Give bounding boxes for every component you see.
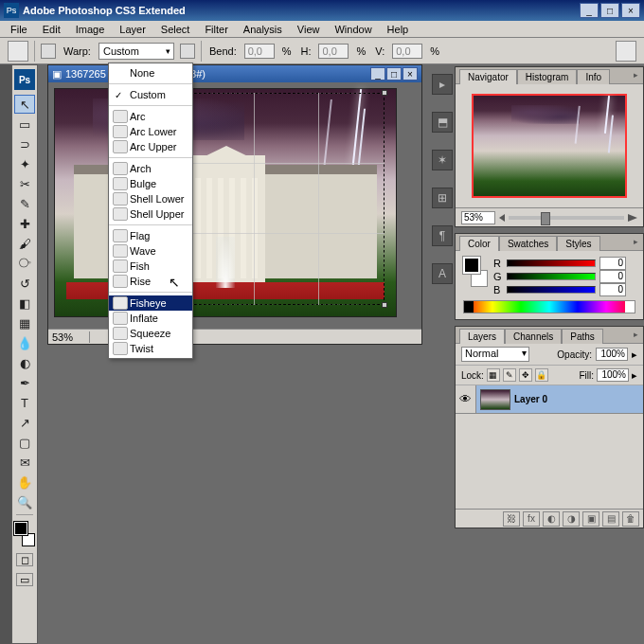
- warp-item-shell-lower[interactable]: Shell Lower: [109, 191, 192, 206]
- doc-canvas[interactable]: [48, 82, 421, 329]
- warp-item-none[interactable]: None: [109, 65, 192, 80]
- fill-flyout[interactable]: ▸: [632, 369, 637, 382]
- notes-tool[interactable]: ✉: [14, 453, 35, 472]
- marquee-tool[interactable]: ▭: [14, 115, 35, 134]
- path-tool[interactable]: ↗: [14, 413, 35, 432]
- tab-color[interactable]: Color: [459, 236, 499, 251]
- tab-layers[interactable]: Layers: [459, 329, 505, 344]
- dock-icon[interactable]: ⬒: [432, 112, 453, 133]
- warp-item-fish[interactable]: Fish: [109, 259, 192, 274]
- tab-channels[interactable]: Channels: [505, 329, 562, 344]
- r-value[interactable]: 0: [599, 257, 626, 270]
- group-icon[interactable]: ▣: [582, 511, 599, 527]
- wand-tool[interactable]: ✦: [14, 154, 35, 173]
- menu-layer[interactable]: Layer: [113, 22, 152, 37]
- blend-mode-select[interactable]: Normal: [461, 347, 529, 362]
- menu-analysis[interactable]: Analysis: [237, 22, 289, 37]
- dock-icon[interactable]: ⊞: [432, 188, 453, 208]
- color-swatch[interactable]: [14, 522, 35, 546]
- healing-tool[interactable]: ✚: [14, 214, 35, 233]
- color-spectrum[interactable]: [463, 300, 635, 313]
- hand-tool[interactable]: ✋: [14, 473, 35, 492]
- lock-pixels-icon[interactable]: ▦: [487, 368, 500, 382]
- g-slider[interactable]: [507, 273, 596, 280]
- warp-item-inflate[interactable]: Inflate: [109, 311, 192, 326]
- menu-view[interactable]: View: [291, 22, 327, 37]
- tab-info[interactable]: Info: [577, 69, 610, 84]
- new-layer-icon[interactable]: ▤: [602, 511, 619, 527]
- dock-icon[interactable]: A: [432, 263, 453, 284]
- warp-item-arch[interactable]: Arch: [109, 161, 192, 176]
- crop-tool[interactable]: ✂: [14, 174, 35, 193]
- warp-item-arc[interactable]: Arc: [109, 109, 192, 124]
- transform-icon[interactable]: [8, 41, 28, 62]
- lasso-tool[interactable]: ⊃: [14, 134, 35, 153]
- pen-tool[interactable]: ✒: [14, 373, 35, 392]
- warp-item-custom[interactable]: Custom: [109, 87, 192, 102]
- maximize-button[interactable]: □: [600, 3, 619, 18]
- dock-icon[interactable]: ✶: [432, 150, 453, 170]
- tab-styles[interactable]: Styles: [557, 236, 599, 251]
- gradient-tool[interactable]: ▦: [14, 313, 35, 332]
- warp-item-bulge[interactable]: Bulge: [109, 176, 192, 191]
- document-window[interactable]: ▣ 1367265 % (Layer 0, RGB/8#) _ □ ×: [47, 64, 422, 345]
- tab-histogram[interactable]: Histogram: [517, 69, 578, 84]
- nav-zoom-input[interactable]: 53%: [461, 211, 495, 224]
- menu-file[interactable]: File: [4, 22, 34, 37]
- workspace-toggle[interactable]: [616, 41, 636, 62]
- zoom-in-icon[interactable]: [628, 214, 637, 222]
- zoom-tool[interactable]: 🔍: [14, 492, 35, 511]
- warp-item-rise[interactable]: Rise: [109, 274, 192, 289]
- dock-icon[interactable]: ¶: [432, 225, 453, 246]
- g-value[interactable]: 0: [599, 270, 626, 283]
- lock-move-icon[interactable]: ✥: [519, 368, 532, 382]
- warp-item-squeeze[interactable]: Squeeze: [109, 326, 192, 341]
- b-slider[interactable]: [507, 286, 596, 294]
- v-input[interactable]: 0,0: [392, 44, 422, 59]
- menu-filter[interactable]: Filter: [198, 22, 234, 37]
- bg-color[interactable]: [22, 533, 35, 546]
- doc-image[interactable]: [54, 88, 397, 317]
- h-input[interactable]: 0,0: [318, 44, 349, 59]
- warp-item-arc-lower[interactable]: Arc Lower: [109, 124, 192, 139]
- warp-grid[interactable]: [189, 93, 385, 305]
- warp-item-flag[interactable]: Flag: [109, 228, 192, 243]
- warp-item-twist[interactable]: Twist: [109, 341, 192, 356]
- stamp-tool[interactable]: ⧂: [14, 254, 35, 273]
- warp-dropdown-menu[interactable]: None Custom Arc Arc Lower Arc Upper Arch…: [108, 63, 193, 359]
- warp-item-shell-upper[interactable]: Shell Upper: [109, 206, 192, 222]
- layer-name[interactable]: Layer 0: [514, 394, 547, 404]
- layer-thumb[interactable]: [480, 389, 510, 410]
- bend-input[interactable]: 0,0: [244, 44, 275, 59]
- dock-icon[interactable]: ▸: [432, 74, 453, 95]
- zoom-out-icon[interactable]: [499, 214, 505, 222]
- brush-tool[interactable]: 🖌: [14, 234, 35, 253]
- r-slider[interactable]: [507, 259, 596, 267]
- lock-paint-icon[interactable]: ✎: [503, 368, 516, 382]
- panel-menu-icon[interactable]: ▸: [630, 69, 641, 80]
- layer-list[interactable]: 👁 Layer 0: [456, 385, 643, 509]
- warp-select[interactable]: Custom: [98, 43, 174, 60]
- blur-tool[interactable]: 💧: [14, 333, 35, 352]
- doc-zoom[interactable]: 53%: [48, 331, 90, 343]
- layer-row[interactable]: 👁 Layer 0: [456, 385, 643, 414]
- mask-icon[interactable]: ◐: [543, 511, 560, 527]
- menu-edit[interactable]: Edit: [36, 22, 67, 37]
- color-swatch[interactable]: [463, 257, 488, 287]
- tab-paths[interactable]: Paths: [562, 329, 603, 344]
- dodge-tool[interactable]: ◐: [14, 353, 35, 372]
- warp-orientation[interactable]: [180, 44, 195, 59]
- warp-item-fisheye[interactable]: Fisheye: [109, 295, 192, 311]
- panel-menu-icon[interactable]: ▸: [630, 236, 641, 247]
- eraser-tool[interactable]: ◧: [14, 294, 35, 313]
- navigator-thumb[interactable]: [472, 94, 627, 198]
- menu-window[interactable]: Window: [328, 22, 378, 37]
- doc-maximize[interactable]: □: [386, 67, 402, 80]
- type-tool[interactable]: T: [14, 393, 35, 412]
- menu-image[interactable]: Image: [69, 22, 112, 37]
- doc-title-bar[interactable]: ▣ 1367265 % (Layer 0, RGB/8#) _ □ ×: [48, 65, 421, 82]
- quick-mask[interactable]: ◻: [16, 553, 33, 566]
- fg-color[interactable]: [14, 522, 27, 535]
- lock-all-icon[interactable]: 🔒: [535, 368, 548, 382]
- ref-point-selector[interactable]: [41, 44, 56, 59]
